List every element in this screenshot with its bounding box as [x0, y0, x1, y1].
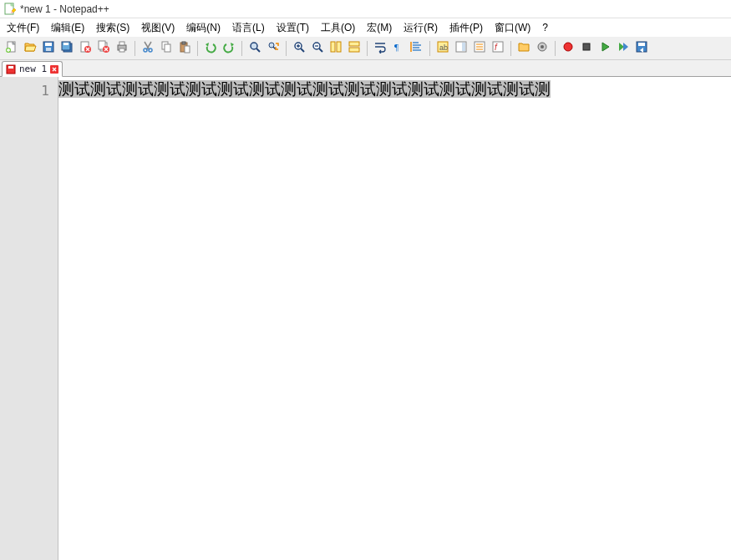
line-number-gutter: 1 [0, 77, 58, 560]
menu-plugins[interactable]: 插件(P) [444, 19, 488, 37]
stop-button[interactable] [578, 40, 595, 57]
open-file-icon [23, 40, 37, 56]
cut-icon [141, 40, 155, 56]
toolbar: ¶abf [0, 37, 731, 60]
zoom-in-button[interactable] [291, 40, 307, 57]
save-macro-button[interactable] [633, 40, 650, 57]
monitoring-icon [536, 40, 549, 56]
toolbar-separator [197, 41, 198, 56]
tab-new1[interactable]: new 1 [2, 61, 63, 77]
word-wrap-button[interactable] [372, 40, 388, 57]
save-macro-icon [635, 40, 648, 56]
redo-button[interactable] [221, 40, 237, 57]
folder-button[interactable] [515, 40, 532, 57]
selected-text[interactable]: 测试测试测试测试测试测试测试测试测试测试测试测试测试测试测试测 [58, 80, 551, 98]
paste-button[interactable] [176, 40, 193, 57]
window-title: *new 1 - Notepad++ [20, 3, 109, 15]
doc-list-icon [473, 40, 486, 56]
svg-rect-28 [331, 42, 335, 52]
undo-icon [204, 40, 217, 56]
show-all-icon: ¶ [392, 40, 405, 56]
copy-button[interactable] [158, 40, 175, 57]
record-button[interactable] [560, 40, 576, 57]
record-icon [561, 40, 575, 56]
print-icon [115, 40, 129, 56]
close-all-button[interactable] [95, 40, 112, 57]
menu-edit[interactable]: 编辑(E) [46, 19, 89, 37]
menu-file[interactable]: 文件(F) [2, 19, 44, 37]
zoom-out-icon [311, 40, 324, 56]
monitoring-button[interactable] [534, 40, 551, 57]
svg-rect-15 [119, 42, 124, 45]
copy-icon [160, 40, 173, 56]
menu-macro[interactable]: 宏(M) [362, 19, 397, 37]
open-file-button[interactable] [22, 40, 38, 57]
tab-label: new 1 [19, 64, 47, 74]
lang-user-button[interactable]: ab [434, 40, 451, 57]
tab-close-icon[interactable] [50, 65, 58, 74]
unsaved-icon [6, 64, 16, 74]
doc-map-button[interactable] [453, 40, 470, 57]
svg-rect-31 [349, 48, 359, 52]
svg-rect-20 [165, 44, 170, 52]
folder-icon [517, 40, 530, 56]
sync-h-button[interactable] [346, 40, 363, 57]
menu-run[interactable]: 运行(R) [398, 19, 443, 37]
toolbar-separator [429, 41, 430, 56]
svg-rect-8 [63, 43, 69, 45]
doc-map-icon [454, 40, 468, 56]
show-all-button[interactable]: ¶ [390, 40, 407, 57]
play-multi-button[interactable] [615, 40, 632, 57]
svg-rect-43 [583, 43, 590, 50]
save-button[interactable] [40, 40, 57, 57]
lang-user-icon: ab [436, 40, 449, 56]
print-button[interactable] [114, 40, 130, 57]
toolbar-separator [555, 41, 556, 56]
close-button[interactable] [77, 40, 94, 57]
replace-button[interactable] [265, 40, 282, 57]
func-list-button[interactable]: f [490, 40, 506, 57]
menu-language[interactable]: 语言(L) [227, 19, 270, 37]
doc-list-button[interactable] [471, 40, 488, 57]
play-multi-icon [617, 40, 630, 56]
svg-rect-45 [638, 43, 645, 46]
menu-view[interactable]: 视图(V) [136, 19, 180, 37]
find-button[interactable] [246, 40, 263, 57]
menu-window[interactable]: 窗口(W) [490, 19, 536, 37]
redo-icon [222, 40, 236, 56]
menu-tools[interactable]: 工具(O) [316, 19, 360, 37]
save-all-icon [60, 40, 74, 56]
menu-settings[interactable]: 设置(T) [272, 19, 314, 37]
svg-rect-36 [462, 43, 465, 51]
menu-help[interactable]: ? [537, 20, 553, 35]
word-wrap-icon [373, 40, 387, 56]
find-icon [248, 40, 261, 56]
play-button[interactable] [596, 40, 613, 57]
sync-v-button[interactable] [327, 40, 344, 57]
cut-button[interactable] [140, 40, 156, 57]
undo-button[interactable] [202, 40, 219, 57]
svg-text:¶: ¶ [394, 42, 398, 52]
svg-rect-5 [46, 48, 51, 51]
new-file-button[interactable] [3, 40, 20, 57]
close-icon [79, 40, 92, 56]
sync-v-icon [329, 40, 343, 56]
svg-rect-22 [182, 42, 185, 44]
editor[interactable]: 1 测试测试测试测试测试测试测试测试测试测试测试测试测试测试测试测 [0, 77, 731, 560]
svg-rect-23 [185, 46, 190, 53]
toolbar-separator [241, 41, 242, 56]
svg-rect-4 [45, 43, 52, 46]
svg-point-18 [149, 48, 152, 52]
save-all-button[interactable] [58, 40, 75, 57]
indent-guide-button[interactable] [409, 40, 425, 57]
toolbar-separator [135, 41, 135, 56]
svg-point-41 [541, 45, 544, 48]
svg-rect-29 [337, 42, 341, 52]
replace-icon [267, 40, 280, 56]
menu-encoding[interactable]: 编码(N) [181, 19, 226, 37]
code-line-1[interactable]: 测试测试测试测试测试测试测试测试测试测试测试测试测试测试测试测 [58, 80, 731, 99]
zoom-out-button[interactable] [309, 40, 326, 57]
svg-rect-16 [119, 48, 124, 52]
code-area[interactable]: 测试测试测试测试测试测试测试测试测试测试测试测试测试测试测试测 [58, 77, 731, 560]
menu-search[interactable]: 搜索(S) [91, 19, 135, 37]
